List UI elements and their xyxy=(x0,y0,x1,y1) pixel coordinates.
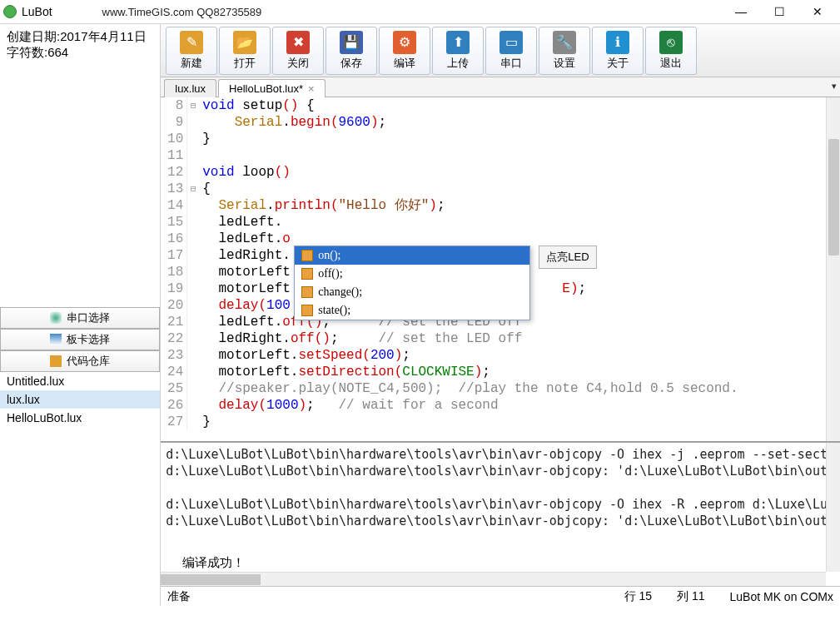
autocomplete-item[interactable]: off(); xyxy=(295,265,529,283)
open-button[interactable]: 📂打开 xyxy=(219,27,271,75)
method-icon xyxy=(301,250,313,261)
output-hscroll[interactable] xyxy=(161,572,826,586)
compile-button[interactable]: ⚙编译 xyxy=(379,27,430,75)
settings-icon: 🔧 xyxy=(553,31,576,54)
status-ready: 准备 xyxy=(167,589,191,604)
code-repo-button[interactable]: 代码仓库 xyxy=(0,350,160,372)
editor-scrollbar[interactable] xyxy=(826,97,840,441)
method-icon xyxy=(301,305,313,316)
tab-bar: lux.luxHelloLuBot.lux*×▾ xyxy=(161,77,840,97)
output-panel[interactable]: d:\Luxe\LuBot\LuBot\bin\hardware\tools\a… xyxy=(161,441,840,586)
exit-button[interactable]: ⎋退出 xyxy=(645,27,697,75)
autocomplete-item[interactable]: on(); xyxy=(295,246,529,265)
tab[interactable]: HelloLuBot.lux*× xyxy=(218,79,325,97)
led-light-button[interactable]: 点亮LED xyxy=(539,246,596,269)
app-url: www.TimeGIS.com QQ82735589 xyxy=(102,6,262,18)
method-icon xyxy=(301,286,313,298)
char-count: 字符数:664 xyxy=(7,45,153,61)
method-icon xyxy=(301,268,313,280)
settings-button[interactable]: 🔧设置 xyxy=(539,27,590,75)
compile-icon: ⚙ xyxy=(393,31,416,54)
save-button[interactable]: 💾保存 xyxy=(326,27,377,75)
sidebar: 创建日期:2017年4月11日 字符数:664 串口选择 板卡选择 代码仓库 U… xyxy=(0,24,161,606)
status-col: 列 11 xyxy=(677,589,704,604)
compile-success: 编译成功！ xyxy=(166,554,835,571)
status-line: 行 15 xyxy=(624,589,652,604)
output-vscroll[interactable] xyxy=(826,443,840,572)
scrollbar-thumb[interactable] xyxy=(828,139,839,255)
app-title: LuBot xyxy=(22,5,52,18)
file-list: Untitled.luxlux.luxHelloLuBot.lux xyxy=(0,372,160,606)
autocomplete-popup[interactable]: on();off();change();state(); xyxy=(294,246,530,320)
close-icon[interactable]: × xyxy=(308,82,315,95)
fold-gutter[interactable]: ⊟⊟ xyxy=(187,97,199,430)
exit-icon: ⎋ xyxy=(659,31,683,54)
serial-select-button[interactable]: 串口选择 xyxy=(0,307,160,329)
about-icon: ℹ xyxy=(606,31,629,54)
autocomplete-item[interactable]: change(); xyxy=(295,283,529,301)
upload-icon: ⬆ xyxy=(446,31,470,54)
toolbar: ✎新建📂打开✖关闭💾保存⚙编译⬆上传▭串口🔧设置ℹ关于⎋退出 xyxy=(161,24,840,77)
close-button[interactable]: ✕ xyxy=(798,0,837,23)
status-port: LuBot MK on COMx xyxy=(730,590,834,603)
tab[interactable]: lux.lux xyxy=(164,79,216,97)
tab-overflow-icon[interactable]: ▾ xyxy=(832,81,837,92)
serialport-button[interactable]: ▭串口 xyxy=(485,27,537,75)
info-panel: 创建日期:2017年4月11日 字符数:664 xyxy=(0,24,160,307)
output-text: d:\Luxe\LuBot\LuBot\bin\hardware\tools\a… xyxy=(166,446,835,529)
new-button[interactable]: ✎新建 xyxy=(166,27,217,75)
board-icon xyxy=(50,334,62,345)
close-button[interactable]: ✖关闭 xyxy=(272,27,324,75)
serial-icon xyxy=(50,312,62,324)
serialport-icon: ▭ xyxy=(500,31,523,54)
about-button[interactable]: ℹ关于 xyxy=(592,27,644,75)
statusbar: 准备 行 15 列 11 LuBot MK on COMx xyxy=(161,586,840,606)
line-gutter: 89101112131415161718192021222324252627 xyxy=(161,97,187,430)
window-controls: — ☐ ✕ xyxy=(722,0,837,23)
open-icon: 📂 xyxy=(233,31,256,54)
upload-button[interactable]: ⬆上传 xyxy=(432,27,484,75)
file-item[interactable]: HelloLuBot.lux xyxy=(0,409,160,427)
editor[interactable]: 89101112131415161718192021222324252627 ⊟… xyxy=(161,97,840,441)
autocomplete-item[interactable]: state(); xyxy=(295,301,529,320)
file-item[interactable]: Untitled.lux xyxy=(0,372,160,390)
app-icon xyxy=(3,5,17,18)
maximize-button[interactable]: ☐ xyxy=(760,0,798,23)
save-icon: 💾 xyxy=(340,31,363,54)
board-select-button[interactable]: 板卡选择 xyxy=(0,329,160,350)
new-icon: ✎ xyxy=(180,31,203,54)
repo-icon xyxy=(50,355,62,367)
file-item[interactable]: lux.lux xyxy=(0,390,160,409)
titlebar: LuBot www.TimeGIS.com QQ82735589 — ☐ ✕ xyxy=(0,0,840,23)
created-date: 创建日期:2017年4月11日 xyxy=(7,29,153,45)
scrollbar-thumb[interactable] xyxy=(161,574,261,585)
close-icon: ✖ xyxy=(286,31,310,54)
minimize-button[interactable]: — xyxy=(722,0,760,23)
